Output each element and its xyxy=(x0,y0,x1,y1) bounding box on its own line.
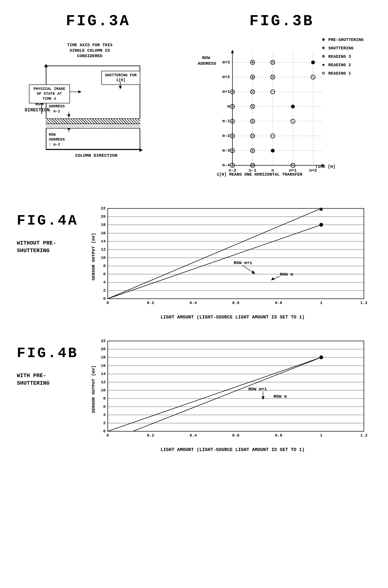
fig4a-subtitle: WITHOUT PRE-SHUTTERING xyxy=(17,239,78,255)
row-addr-m2: ROWADDRESS: m-2 xyxy=(49,132,65,147)
legend-pre-shuttering: ⊛ PRE-SHUTTERING xyxy=(321,36,364,44)
svg-text:8: 8 xyxy=(103,396,105,401)
fig3a-container: FIG.3A TIME AXIS FOR THIS SINGLE COLUMN … xyxy=(17,13,179,187)
fig4b-chart: 0 2 4 6 8 10 12 14 16 18 20 22 0 0.2 0.4… xyxy=(91,337,374,453)
svg-text:10: 10 xyxy=(101,256,106,260)
h-axis xyxy=(46,149,140,150)
svg-point-99 xyxy=(271,149,275,153)
pre-shuttering-icon: ⊛ xyxy=(321,37,326,43)
svg-text:ROW m: ROW m xyxy=(274,394,287,399)
svg-text:14: 14 xyxy=(101,239,106,244)
svg-text:4: 4 xyxy=(103,280,105,285)
m1-arrow xyxy=(66,112,72,118)
fig3b-container: FIG.3B ⊛ PRE-SHUTTERING ⊗ SHUTTERING ⊕ R… xyxy=(192,13,371,187)
physical-image-arrow xyxy=(70,89,82,95)
svg-text:4: 4 xyxy=(103,412,105,417)
svg-text:1.2: 1.2 xyxy=(360,301,367,305)
svg-text:12: 12 xyxy=(101,247,106,252)
fig4b-subtitle: WITH PRE-SHUTTERING xyxy=(17,372,78,387)
light-band xyxy=(46,124,140,128)
grid-3b-svg: m+3 m+2 m+1 m m-1 m-2 m-3 m-4 n-2 n-1 n … xyxy=(214,48,329,174)
reading3-label: READING 3 xyxy=(328,53,351,60)
svg-point-73 xyxy=(291,105,295,108)
svg-text:16: 16 xyxy=(101,231,106,235)
svg-text:6: 6 xyxy=(103,404,105,409)
svg-text:0.2: 0.2 xyxy=(147,301,154,305)
svg-text:0.6: 0.6 xyxy=(232,433,239,438)
svg-point-125 xyxy=(319,223,323,227)
fig4b-row: FIG.4B WITH PRE-SHUTTERING xyxy=(17,337,371,453)
svg-text:0.8: 0.8 xyxy=(275,433,282,438)
time-label-3b: TIME [H] xyxy=(315,164,336,169)
fig4b-svg: 0 2 4 6 8 10 12 14 16 18 20 22 0 0.2 0.4… xyxy=(91,337,374,446)
svg-marker-7 xyxy=(67,114,70,118)
shuttering-label: SHUTTERING xyxy=(328,45,354,52)
svg-point-47 xyxy=(311,60,315,64)
svg-text:22: 22 xyxy=(101,206,106,211)
reading1-label: READING 1 xyxy=(328,70,351,77)
svg-text:ROW m: ROW m xyxy=(280,272,293,277)
dark-band xyxy=(46,119,140,124)
svg-text:10: 10 xyxy=(101,388,106,393)
horiz-note: 1[H] MEANS ONE HORIZONTAL TRANSFER xyxy=(217,172,302,178)
row-address-label-3b: ROW ADDRESS xyxy=(198,55,215,67)
svg-text:ROW m+1: ROW m+1 xyxy=(234,260,252,265)
svg-text:20: 20 xyxy=(101,214,106,219)
svg-text:22: 22 xyxy=(101,339,106,343)
svg-text:0.8: 0.8 xyxy=(275,301,282,305)
svg-text:0.6: 0.6 xyxy=(232,301,239,305)
svg-text:18: 18 xyxy=(101,355,106,360)
svg-text:m+3: m+3 xyxy=(222,60,230,65)
fig4b-x-label: LIGHT AMOUNT (LIGHT-SOURCE LIGHT AMOUNT … xyxy=(91,447,374,453)
fig3a-title: FIG.3A xyxy=(66,13,130,30)
fig4b-label: FIG.4B WITH PRE-SHUTTERING xyxy=(17,337,78,387)
svg-text:m+2: m+2 xyxy=(222,75,230,79)
page: FIG.3A TIME AXIS FOR THIS SINGLE COLUMN … xyxy=(0,0,388,588)
svg-text:m-2: m-2 xyxy=(222,133,230,138)
svg-marker-3 xyxy=(78,90,81,93)
svg-text:0.4: 0.4 xyxy=(190,433,197,438)
physical-image-box: PHYSICAL IMAGE OF STATE AT TIME n xyxy=(29,84,70,103)
fig4a-x-label: LIGHT AMOUNT (LIGHT-SOURCE LIGHT AMOUNT … xyxy=(91,315,374,320)
svg-text:1: 1 xyxy=(320,301,322,305)
svg-text:1: 1 xyxy=(320,433,322,438)
svg-text:16: 16 xyxy=(101,363,106,368)
svg-text:1.2: 1.2 xyxy=(360,433,367,438)
svg-marker-26 xyxy=(231,50,234,53)
time-axis-label: TIME AXIS FOR THIS SINGLE COLUMN IS CONS… xyxy=(67,42,113,59)
fig3-row: FIG.3A TIME AXIS FOR THIS SINGLE COLUMN … xyxy=(17,13,371,187)
svg-text:0: 0 xyxy=(103,296,105,301)
fig4a-title: FIG.4A xyxy=(17,213,78,229)
fig4b-title: FIG.4B xyxy=(17,345,78,361)
svg-text:SENSOR OUTPUT [mV]: SENSOR OUTPUT [mV] xyxy=(91,233,96,281)
svg-text:m-1: m-1 xyxy=(222,119,230,124)
fig3b-diagram: ⊛ PRE-SHUTTERING ⊗ SHUTTERING ⊕ READING … xyxy=(198,36,366,187)
pre-shuttering-label: PRE-SHUTTERING xyxy=(328,36,364,44)
fig4a-chart: 0 2 4 6 8 10 12 14 16 18 20 22 0 0.2 0.4… xyxy=(91,204,374,320)
svg-text:8: 8 xyxy=(103,264,105,268)
svg-text:0: 0 xyxy=(106,433,109,438)
fig3a-diagram: TIME AXIS FOR THIS SINGLE COLUMN IS CONS… xyxy=(25,36,172,187)
fig4a-row: FIG.4A WITHOUT PRE-SHUTTERING xyxy=(17,204,371,320)
fig4a-label: FIG.4A WITHOUT PRE-SHUTTERING xyxy=(17,204,78,255)
shuttering-arrow xyxy=(117,81,123,90)
svg-text:SENSOR OUTPUT [mV]: SENSOR OUTPUT [mV] xyxy=(91,365,96,413)
h-axis-arrow xyxy=(139,148,143,152)
svg-marker-5 xyxy=(119,86,122,89)
fig3b-title: FIG.3B xyxy=(249,13,314,30)
svg-text:2: 2 xyxy=(103,421,105,425)
svg-text:12: 12 xyxy=(101,380,106,384)
svg-text:m+1: m+1 xyxy=(222,89,230,94)
svg-text:m-3: m-3 xyxy=(222,148,230,153)
svg-text:0.4: 0.4 xyxy=(190,301,197,305)
svg-text:14: 14 xyxy=(101,372,106,376)
svg-text:ROW m+1: ROW m+1 xyxy=(248,387,267,392)
svg-text:2: 2 xyxy=(103,288,105,293)
svg-text:18: 18 xyxy=(101,223,106,227)
svg-text:0: 0 xyxy=(106,301,109,305)
v-axis xyxy=(46,66,47,149)
svg-text:m: m xyxy=(227,104,230,109)
svg-text:20: 20 xyxy=(101,347,106,352)
svg-text:m-4: m-4 xyxy=(222,163,230,168)
svg-text:0: 0 xyxy=(103,429,105,434)
